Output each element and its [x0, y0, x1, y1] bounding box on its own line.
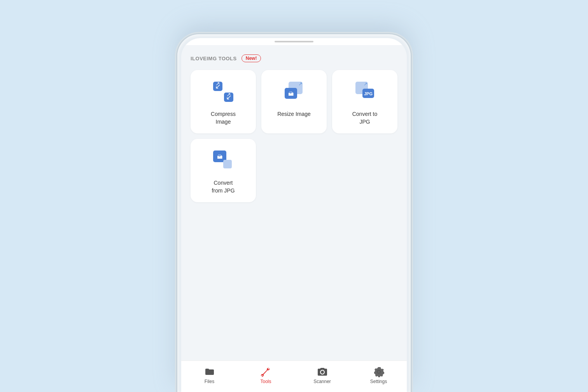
gear-icon	[373, 366, 384, 377]
nav-settings-label: Settings	[370, 379, 387, 384]
tool-convert-from-jpg[interactable]: 🏔 ↘ Convert from JPG	[191, 139, 256, 202]
resize-icon: ↗ 🏔	[282, 79, 306, 104]
nav-tools-label: Tools	[260, 379, 271, 384]
tool-compress-image[interactable]: ↙ ↗ ↙ ↗ Compress Image	[191, 70, 256, 133]
nav-item-settings[interactable]: Settings	[365, 366, 392, 384]
notch-bar	[275, 41, 313, 42]
svg-text:↗: ↗	[226, 91, 231, 98]
phone-screen: ILOVEIMG TOOLS New!	[181, 38, 407, 392]
compress-icon-svg: ↙ ↗ ↙ ↗	[212, 80, 235, 103]
wrench-icon	[261, 366, 271, 377]
nav-item-files[interactable]: Files	[196, 366, 223, 384]
convert-from-jpg-icon-svg: 🏔 ↘	[212, 149, 235, 172]
tool-resize-image[interactable]: ↗ 🏔 Resize Image	[261, 70, 327, 133]
convert-from-jpg-icon: 🏔 ↘	[211, 148, 236, 173]
tool-convert-to-jpg[interactable]: ↗ JPG Convert to JPG	[332, 70, 397, 133]
section-header: ILOVEIMG TOOLS New!	[191, 54, 397, 62]
camera-icon	[317, 366, 328, 377]
svg-text:🏔: 🏔	[288, 91, 294, 97]
convert-from-jpg-label: Convert from JPG	[212, 179, 234, 194]
nav-files-label: Files	[205, 379, 214, 384]
new-badge: New!	[242, 54, 261, 62]
svg-text:↗: ↗	[298, 81, 303, 87]
compress-label: Compress Image	[211, 110, 236, 126]
tools-grid-row2: 🏔 ↘ Convert from JPG	[191, 139, 397, 202]
phone-frame: ILOVEIMG TOOLS New!	[177, 34, 411, 392]
svg-text:🏔: 🏔	[217, 154, 222, 160]
compress-icon: ↙ ↗ ↙ ↗	[211, 79, 236, 104]
nav-item-scanner[interactable]: Scanner	[309, 366, 336, 384]
nav-scanner-label: Scanner	[313, 379, 331, 384]
svg-text:JPG: JPG	[364, 91, 373, 96]
folder-icon	[204, 366, 215, 377]
convert-to-jpg-icon: ↗ JPG	[352, 79, 377, 104]
nav-item-tools[interactable]: Tools	[252, 366, 280, 384]
bottom-nav: Files Tools Scanner Settings	[181, 360, 407, 392]
resize-icon-svg: ↗ 🏔	[282, 80, 306, 103]
svg-text:↗: ↗	[364, 81, 368, 87]
main-content: ILOVEIMG TOOLS New!	[181, 45, 407, 360]
tools-grid-row1: ↙ ↗ ↙ ↗ Compress Image	[191, 70, 397, 133]
top-stub	[181, 38, 407, 45]
svg-rect-17	[223, 160, 232, 168]
convert-to-jpg-label: Convert to JPG	[352, 110, 378, 126]
resize-label: Resize Image	[277, 110, 311, 118]
section-title: ILOVEIMG TOOLS	[191, 56, 237, 61]
convert-to-jpg-icon-svg: ↗ JPG	[353, 80, 376, 103]
svg-text:↗: ↗	[215, 80, 220, 87]
